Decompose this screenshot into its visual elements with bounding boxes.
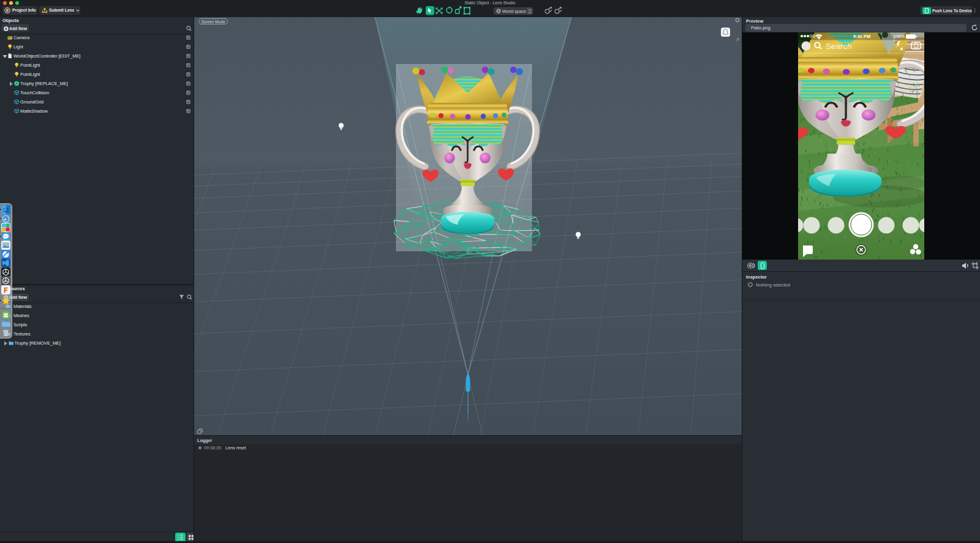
svg-text:9:41 PM: 9:41 PM <box>853 34 870 39</box>
svg-text:Search: Search <box>826 42 852 51</box>
svg-text:100%: 100% <box>894 34 905 39</box>
